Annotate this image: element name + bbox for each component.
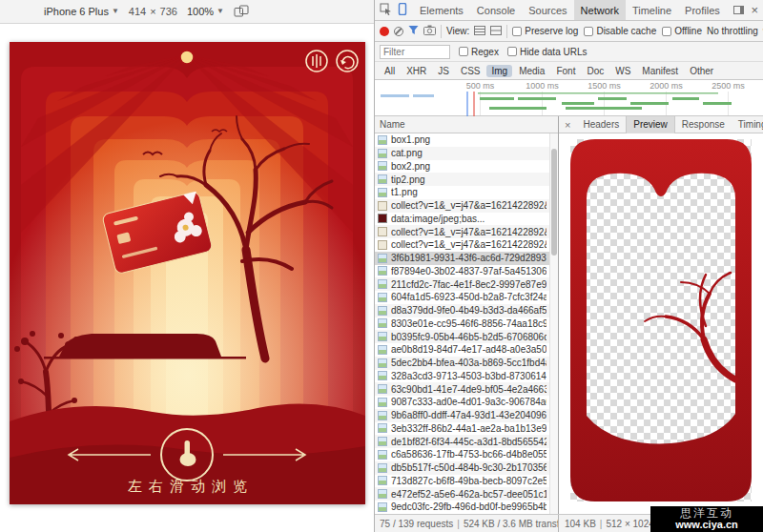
request-row[interactable]: 8303e01e-cc95-46f6-8856-74aa18c9730f — [375, 317, 549, 331]
request-row[interactable]: 604fa1d5-6923-450d-b2a8-7cfc3f24a2db — [375, 291, 549, 304]
request-row[interactable]: ae0b8d19-84d7-4e17-ad48-a0e3a501501f — [375, 343, 549, 357]
close-detail-icon[interactable]: × — [559, 119, 576, 131]
detail-tab[interactable]: Response — [675, 116, 732, 133]
request-row[interactable]: 713d827c-b6f8-49ba-becb-8097c2e59012 — [375, 475, 549, 488]
type-filter-pill[interactable]: XHR — [402, 65, 431, 77]
devtools-tab[interactable]: Profiles — [678, 0, 727, 21]
toolbar-divider — [506, 25, 507, 38]
timeline-overview[interactable]: 500 ms1000 ms1500 ms2000 ms2500 ms — [375, 80, 763, 116]
devtools-tab[interactable]: Timeline — [626, 0, 678, 21]
request-row[interactable]: 211cfd2c-7fac-4e1f-8ec2-9997e87e9192 — [375, 277, 549, 291]
device-height-field[interactable]: 736 — [160, 6, 177, 17]
type-filter-pill[interactable]: WS — [610, 65, 635, 77]
filter-funnel-icon[interactable] — [408, 25, 419, 37]
request-row[interactable]: 328a3cd3-9713-4503-b3bd-87306146dad1 — [375, 370, 549, 383]
request-row[interactable]: 3f6b1981-9931-43f6-ac6d-729d28932a9a — [375, 252, 549, 265]
devtools-tabbar: ElementsConsoleSourcesNetworkTimelinePro… — [375, 0, 763, 21]
devtools-tab[interactable]: Console — [470, 0, 522, 21]
checkbox-icon[interactable] — [584, 27, 593, 36]
detail-tab[interactable]: Preview — [626, 116, 675, 133]
request-row[interactable]: de1bf82f-6f34-445c-a3d1-8bd5655429a2 — [375, 435, 549, 448]
toolbar-checkbox[interactable]: Preserve log — [512, 26, 578, 36]
request-row[interactable]: b0395fc9-05b4-46b5-b2d5-6706806db3b0 — [375, 330, 549, 343]
checkbox-icon[interactable] — [459, 47, 468, 56]
device-select[interactable]: iPhone 6 Plus ▼ — [44, 6, 119, 17]
resource-type-icon — [378, 279, 387, 289]
scrollbar-thumb[interactable] — [551, 149, 557, 256]
browser-devtools-window: iPhone 6 Plus ▼ 414 × 736 100% ▼ — [0, 0, 763, 532]
request-row[interactable]: e472ef52-a5e6-462a-bc57-dee051c1d768 — [375, 487, 549, 501]
close-devtools-icon[interactable]: × — [751, 4, 758, 16]
checkbox-icon[interactable] — [662, 27, 671, 36]
request-row[interactable]: collect?v=1&_v=j47&a=1621422892&t=page..… — [375, 199, 549, 213]
view-large-rows-icon[interactable] — [490, 26, 502, 37]
type-filter-pill[interactable]: JS — [433, 65, 454, 77]
request-row[interactable]: collect?v=1&_v=j47&a=1621422892&t=event.… — [375, 225, 549, 238]
request-row[interactable]: 3eb332ff-86b2-44a1-ae2a-ba1b13e965535ef — [375, 422, 549, 436]
request-row[interactable]: data:image/jpeg;bas... — [375, 213, 549, 226]
throttling-select[interactable]: No throttling ▼ — [707, 26, 763, 36]
request-row[interactable]: tip2.png — [375, 173, 549, 186]
request-row[interactable]: 9b6a8ff0-ddff-47a4-93d1-43e2040962ba — [375, 409, 549, 422]
request-row[interactable]: 5dec2bb4-bfea-403a-b869-5cc1fbd4a37c — [375, 357, 549, 370]
type-filter-pill[interactable]: Media — [514, 65, 549, 77]
detail-tab[interactable]: Headers — [576, 116, 626, 133]
timeline-ruler: 500 ms1000 ms1500 ms2000 ms2500 ms — [375, 81, 763, 91]
request-row[interactable]: c6a58636-17fb-4753-bc66-d4b8e0551763 — [375, 448, 549, 461]
devtools-tab[interactable]: Elements — [413, 0, 470, 21]
type-filter-pill[interactable]: All — [380, 65, 400, 77]
request-row[interactable]: 63c90bd1-41e7-4de9-bf05-4e2a46633e27 — [375, 382, 549, 396]
checkbox-icon[interactable] — [507, 47, 517, 56]
dock-side-icon[interactable] — [733, 6, 744, 14]
chevron-down-icon: ▼ — [112, 8, 119, 15]
screenshot-camera-icon[interactable] — [423, 25, 436, 37]
view-list-icon[interactable] — [474, 26, 485, 37]
preview-image[interactable] — [570, 139, 752, 501]
regex-checkbox[interactable]: Regex — [459, 47, 499, 57]
request-row[interactable]: 9087c333-ad0e-4d01-9a3c-906784a60be2 — [375, 396, 549, 409]
request-row[interactable]: collect?v=1&_v=j47&a=1621422892&t=event.… — [375, 238, 549, 252]
request-row[interactable]: box2.png — [375, 160, 549, 174]
type-filter-pill[interactable]: Manifest — [637, 65, 683, 77]
waterfall-overview-bars — [375, 92, 763, 116]
detail-tab[interactable]: Timing — [732, 116, 763, 133]
devtools-tab[interactable]: Network — [574, 0, 626, 21]
inspect-element-icon[interactable] — [380, 2, 392, 19]
request-name: de1bf82f-6f34-445c-a3d1-8bd5655429a2 — [391, 437, 546, 447]
scrollbar-track[interactable] — [549, 133, 558, 514]
medallion-shape — [180, 51, 194, 64]
device-dimensions: 414 × 736 — [129, 6, 177, 17]
request-row[interactable]: cat.png — [375, 147, 549, 160]
request-row[interactable]: box1.png — [375, 133, 549, 147]
type-filter-pill[interactable]: Doc — [582, 65, 608, 77]
toolbar-checkbox[interactable]: Disable cache — [584, 26, 656, 36]
hide-data-urls-checkbox[interactable]: Hide data URLs — [507, 47, 588, 57]
type-filter-pill[interactable]: Other — [685, 65, 718, 77]
request-name: e472ef52-a5e6-462a-bc57-dee051c1d768 — [391, 489, 546, 500]
filter-input[interactable] — [380, 45, 450, 59]
request-row[interactable]: db5b517f-c50d-484b-9c30-2b1703568040 — [375, 461, 549, 475]
clear-icon[interactable] — [394, 27, 403, 36]
mobile-viewport[interactable]: 左右滑动浏览 — [10, 42, 365, 504]
checkbox-icon[interactable] — [512, 27, 522, 36]
name-column-header[interactable]: Name — [375, 116, 558, 133]
record-icon[interactable] — [380, 27, 389, 36]
device-width-field[interactable]: 414 — [129, 6, 146, 17]
request-row[interactable]: f87894e0-3b02-4837-97af-5a4513066f51 — [375, 265, 549, 278]
device-mode-icon[interactable] — [396, 2, 408, 19]
type-filter-pill[interactable]: Font — [551, 65, 580, 77]
request-name: tip2.png — [391, 174, 425, 185]
request-row[interactable]: d8a379dd-9fe0-4b49-b3d3-da466af50a92 — [375, 304, 549, 317]
type-filter-pill[interactable]: CSS — [456, 65, 485, 77]
type-filter-pill[interactable]: Img — [486, 65, 512, 77]
request-row[interactable]: t1.png — [375, 186, 549, 199]
toolbar-checkbox[interactable]: Offline — [662, 26, 702, 36]
rotate-device-icon[interactable] — [234, 5, 249, 19]
chevron-down-icon: ▼ — [217, 8, 224, 15]
resource-type-icon — [378, 254, 387, 263]
request-row[interactable]: 9edc03fc-29fb-496d-bd0f-be9965b4b8bb — [375, 501, 549, 514]
resource-type-icon — [378, 214, 387, 223]
devtools-tab[interactable]: Sources — [522, 0, 573, 21]
zoom-select[interactable]: 100% ▼ — [187, 6, 224, 17]
devtools-pane: ElementsConsoleSourcesNetworkTimelinePro… — [375, 0, 763, 532]
